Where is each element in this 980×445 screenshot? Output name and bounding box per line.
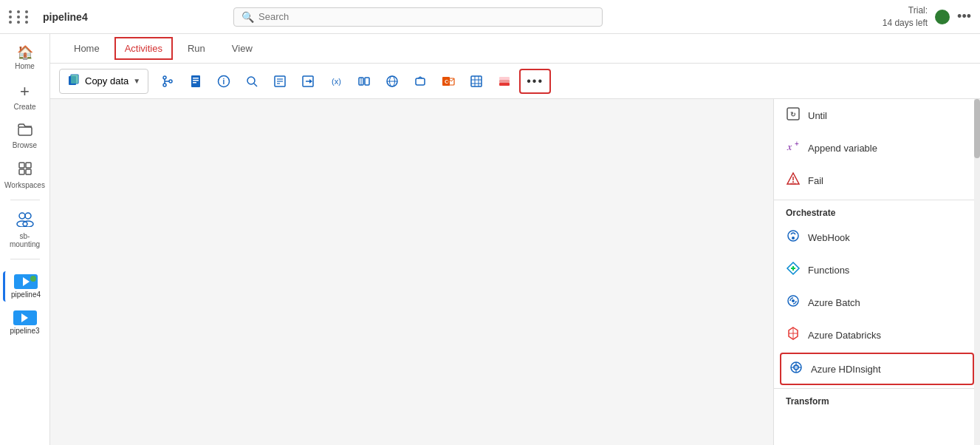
tab-bar: Home Activities Run View bbox=[50, 34, 980, 64]
svg-rect-60 bbox=[790, 183, 796, 185]
svg-rect-18 bbox=[193, 78, 199, 79]
svg-point-5 bbox=[19, 213, 25, 219]
sidebar-item-browse[interactable]: Browse bbox=[3, 118, 47, 154]
sidebar-label-sb-mounting: sb- mounting bbox=[10, 232, 40, 248]
more-dots-icon: ••• bbox=[527, 75, 544, 88]
svg-point-58 bbox=[792, 181, 794, 183]
canvas: ↻ Until 𝑥 + Append variable bbox=[50, 99, 980, 445]
branch-icon bbox=[161, 75, 174, 88]
toolbar-teams-button[interactable] bbox=[407, 69, 434, 93]
script-icon bbox=[273, 75, 287, 88]
toolbar-execute-button[interactable] bbox=[351, 69, 377, 93]
dropdown-item-webhook[interactable]: WebHook bbox=[774, 221, 980, 254]
append-variable-label: Append variable bbox=[808, 143, 877, 154]
sidebar-item-create[interactable]: + Create bbox=[3, 78, 47, 115]
dropdown-item-azure-databricks[interactable]: Azure Databricks bbox=[774, 319, 980, 351]
toolbar-outlook-button[interactable]: O bbox=[435, 69, 462, 93]
svg-point-12 bbox=[163, 76, 166, 79]
sidebar-label-browse: Browse bbox=[13, 141, 37, 149]
section-header-orchestrate: Orchestrate bbox=[774, 200, 980, 221]
sidebar-item-sb-mounting[interactable]: sb- mounting bbox=[3, 206, 47, 253]
tab-activities[interactable]: Activities bbox=[114, 37, 173, 60]
svg-rect-17 bbox=[191, 75, 200, 87]
dropdown-item-append-variable[interactable]: 𝑥 + Append variable bbox=[774, 132, 980, 164]
svg-point-7 bbox=[17, 221, 27, 227]
dataflow-icon bbox=[301, 75, 315, 88]
dropdown-item-until[interactable]: ↻ Until bbox=[774, 99, 980, 132]
until-icon: ↻ bbox=[786, 106, 801, 124]
svg-point-8 bbox=[23, 221, 33, 227]
copy-data-dropdown-icon[interactable]: ▼ bbox=[133, 77, 140, 85]
info-icon: i bbox=[217, 75, 230, 88]
pipeline-item-pipeline4[interactable]: pipeline4 bbox=[3, 271, 47, 302]
lookup-icon bbox=[245, 75, 258, 88]
fail-icon bbox=[786, 171, 801, 189]
toolbar-table-button[interactable] bbox=[463, 69, 490, 93]
pipeline3-label: pipeline3 bbox=[10, 327, 39, 335]
web-icon bbox=[386, 75, 399, 88]
tab-home[interactable]: Home bbox=[62, 35, 112, 61]
topbar-more-button[interactable]: ••• bbox=[957, 9, 971, 24]
svg-point-6 bbox=[25, 213, 31, 219]
pipeline3-icon bbox=[13, 310, 37, 325]
toolbar-layers-button[interactable] bbox=[491, 69, 518, 93]
svg-rect-34 bbox=[365, 78, 369, 85]
sidebar-item-home[interactable]: 🏠 Home bbox=[3, 40, 47, 75]
azure-batch-icon bbox=[786, 293, 801, 311]
user-avatar[interactable] bbox=[935, 10, 950, 24]
dropdown-item-azure-batch[interactable]: Azure Batch bbox=[774, 286, 980, 319]
table-icon bbox=[470, 75, 483, 88]
until-label: Until bbox=[808, 110, 827, 121]
svg-rect-3 bbox=[19, 169, 24, 174]
sidebar-item-workspaces[interactable]: Workspaces bbox=[3, 157, 47, 194]
svg-point-67 bbox=[792, 299, 795, 302]
dropdown-item-functions[interactable]: Functions bbox=[774, 254, 980, 286]
copy-data-button[interactable]: Copy data ▼ bbox=[59, 69, 148, 94]
webhook-label: WebHook bbox=[808, 232, 850, 243]
toolbar-lookup-button[interactable] bbox=[239, 69, 265, 93]
search-input[interactable] bbox=[258, 11, 594, 22]
app-title: pipeline4 bbox=[43, 11, 88, 23]
toolbar: Copy data ▼ bbox=[50, 64, 980, 99]
topbar-right: Trial: 14 days left ••• bbox=[883, 4, 971, 30]
sidebar-divider-2 bbox=[10, 259, 40, 259]
scrollbar-track[interactable] bbox=[974, 99, 980, 445]
svg-rect-2 bbox=[26, 163, 31, 168]
tab-run[interactable]: Run bbox=[176, 35, 217, 61]
svg-point-23 bbox=[247, 77, 255, 84]
toolbar-web-button[interactable] bbox=[379, 69, 405, 93]
scrollbar-thumb[interactable] bbox=[974, 99, 980, 158]
toolbar-script-button[interactable] bbox=[267, 69, 293, 93]
toolbar-variable-button[interactable]: (x) bbox=[323, 69, 349, 93]
toolbar-branch-button[interactable] bbox=[154, 69, 181, 93]
trial-info: Trial: 14 days left bbox=[883, 4, 928, 30]
svg-text:+: + bbox=[795, 140, 799, 148]
execute-icon bbox=[357, 75, 371, 88]
toolbar-notebook-button[interactable] bbox=[182, 69, 209, 93]
dropdown-item-azure-hdinsight[interactable]: Azure HDInsight bbox=[780, 353, 974, 385]
pipeline-item-pipeline3[interactable]: pipeline3 bbox=[3, 308, 47, 338]
svg-line-24 bbox=[254, 84, 257, 86]
svg-point-62 bbox=[792, 237, 795, 240]
tab-view[interactable]: View bbox=[220, 35, 264, 61]
app-grid-icon[interactable] bbox=[9, 10, 31, 24]
azure-databricks-icon bbox=[786, 326, 801, 344]
main-layout: 🏠 Home + Create Browse Workspaces bbox=[0, 34, 980, 445]
svg-rect-50 bbox=[499, 83, 510, 86]
azure-hdinsight-label: Azure HDInsight bbox=[811, 364, 881, 375]
functions-icon bbox=[786, 261, 801, 279]
svg-rect-39 bbox=[416, 78, 425, 85]
dropdown-item-fail[interactable]: Fail bbox=[774, 164, 980, 197]
toolbar-dataflow-button[interactable] bbox=[295, 69, 321, 93]
left-sidebar: 🏠 Home + Create Browse Workspaces bbox=[0, 34, 50, 445]
toolbar-info-button[interactable]: i bbox=[210, 69, 237, 93]
svg-text:i: i bbox=[223, 78, 225, 86]
browse-icon bbox=[18, 123, 32, 140]
search-box[interactable]: 🔍 bbox=[233, 7, 603, 27]
azure-batch-label: Azure Batch bbox=[808, 297, 860, 308]
svg-text:↻: ↻ bbox=[790, 111, 796, 118]
svg-point-13 bbox=[163, 84, 166, 86]
svg-rect-51 bbox=[499, 80, 510, 83]
append-variable-icon: 𝑥 + bbox=[786, 139, 801, 157]
toolbar-more-button[interactable]: ••• bbox=[519, 69, 551, 94]
